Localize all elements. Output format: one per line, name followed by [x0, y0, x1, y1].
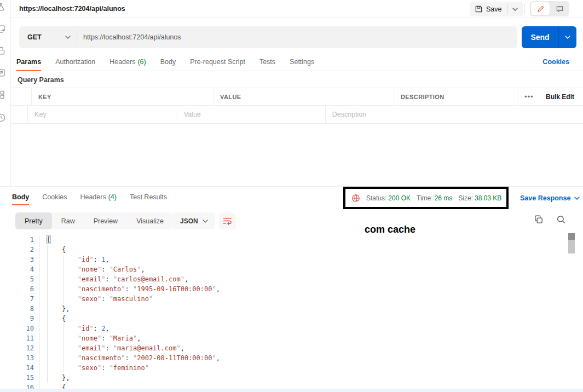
send-chevron-down-icon	[565, 36, 570, 39]
code-line-10: 10 "id": 2,	[0, 324, 583, 333]
tab-label: Tests	[259, 58, 275, 66]
address-bar: GET	[19, 26, 517, 48]
row-handle[interactable]	[11, 106, 28, 123]
postman-app-window: https://localhost:7204/api/alunos Save G…	[0, 0, 583, 392]
view-tab-raw[interactable]: Raw	[52, 212, 84, 229]
scrollbar-cap	[568, 233, 575, 240]
line-number: 14	[0, 363, 34, 373]
request-tab-pre-request-script[interactable]: Pre-request Script	[190, 52, 245, 71]
clock-icon[interactable]	[0, 113, 6, 123]
more-options-icon[interactable]: •••	[524, 93, 534, 101]
row-handle-column	[11, 88, 32, 105]
format-selector[interactable]: JSON	[173, 212, 215, 229]
send-options-button[interactable]	[558, 26, 576, 48]
request-tabs-bar: ParamsAuthorizationHeaders(6)BodyPre-req…	[11, 52, 583, 71]
tab-label: Body	[12, 193, 29, 201]
request-tabs: ParamsAuthorizationHeaders(6)BodyPre-req…	[16, 52, 314, 71]
line-number: 13	[0, 353, 34, 363]
tab-label: Cookies	[42, 193, 67, 201]
query-params-title: Query Params	[18, 76, 64, 84]
bulk-edit-button[interactable]: Bulk Edit	[546, 93, 574, 101]
line-number: 1	[0, 235, 34, 245]
status-indicator[interactable]: Status:200 OK	[366, 194, 411, 202]
code-line-11: 11 "nome": "Maria",	[0, 333, 583, 343]
code-line-8: 8 },	[0, 304, 583, 314]
code-line-13: 13 "nascimento": "2002-08-11T00:00:00",	[0, 353, 583, 363]
code-line-7: 7 "sexo": "masculino"	[0, 294, 583, 304]
size-indicator[interactable]: Size:38.03 KB	[458, 194, 501, 202]
code-content: "email": "carlos@email.com",	[46, 274, 188, 284]
cookies-link[interactable]: Cookies	[542, 52, 569, 71]
line-number: 11	[0, 333, 34, 343]
monitor-icon[interactable]	[0, 24, 6, 34]
request-tab-tests[interactable]: Tests	[259, 52, 275, 71]
vertical-scrollbar[interactable]	[568, 233, 575, 253]
column-header-key: KEY	[38, 94, 51, 100]
toolbar-divider	[524, 4, 525, 14]
line-number: 10	[0, 324, 34, 333]
stacked-blocks-icon[interactable]	[0, 90, 6, 100]
param-key-input[interactable]	[34, 111, 170, 118]
lock-icon[interactable]	[0, 46, 6, 56]
response-tab-headers[interactable]: Headers(4)	[80, 187, 117, 207]
response-tab-cookies[interactable]: Cookies	[42, 187, 67, 207]
method-label: GET	[27, 26, 42, 48]
column-header-description: DESCRIPTION	[401, 94, 445, 100]
request-tab-authorization[interactable]: Authorization	[55, 52, 95, 71]
comments-button[interactable]	[551, 2, 568, 15]
response-tab-test-results[interactable]: Test Results	[130, 187, 167, 207]
param-value-input[interactable]	[184, 111, 318, 118]
line-number: 16	[0, 383, 34, 389]
code-line-9: 9 {	[0, 314, 583, 324]
method-selector[interactable]: GET	[19, 26, 77, 48]
json-code-lines: 1[2 {3 "id": 1,4 "nome": "Carlos",5 "ema…	[0, 235, 583, 389]
request-tab-body[interactable]: Body	[160, 52, 176, 71]
param-description-input[interactable]	[332, 111, 570, 118]
mode-toggle-group	[530, 1, 569, 16]
request-tab-params[interactable]: Params	[16, 52, 41, 71]
save-button[interactable]: Save	[470, 2, 523, 16]
response-tab-body[interactable]: Body	[12, 187, 29, 207]
indent-guide	[64, 255, 64, 304]
edit-mode-button[interactable]	[531, 2, 550, 15]
code-line-6: 6 "nascimento": "1995-09-16T00:00:00",	[0, 284, 583, 294]
tab-label: Authorization	[55, 58, 95, 66]
code-content: "nome": "Maria",	[46, 333, 141, 343]
code-content: {	[46, 383, 66, 389]
view-tab-pretty[interactable]: Pretty	[15, 212, 52, 229]
view-tab-preview[interactable]: Preview	[84, 212, 127, 229]
code-line-2: 2 {	[0, 245, 583, 255]
code-content: {	[46, 245, 66, 255]
code-line-1: 1[	[0, 235, 583, 245]
send-button[interactable]: Send	[522, 26, 576, 48]
response-body-viewer[interactable]: 1[2 {3 "id": 1,4 "nome": "Carlos",5 "ema…	[0, 235, 583, 389]
code-content: "nascimento": "2002-08-11T00:00:00",	[46, 353, 220, 363]
wrap-lines-button[interactable]	[219, 212, 236, 229]
url-input[interactable]	[83, 26, 510, 48]
time-indicator[interactable]: Time:26 ms	[417, 194, 452, 202]
save-chevron-down-icon[interactable]	[512, 8, 518, 11]
request-tab-settings[interactable]: Settings	[290, 52, 314, 71]
request-tab-headers[interactable]: Headers(6)	[109, 52, 146, 71]
beaker-icon[interactable]	[0, 2, 6, 12]
code-content: "sexo": "feminino"	[46, 363, 149, 373]
view-tab-visualize[interactable]: Visualize	[127, 212, 173, 229]
tab-label: Headers	[80, 193, 106, 201]
network-error-globe-icon[interactable]	[351, 194, 360, 203]
line-number: 5	[0, 274, 34, 284]
send-button-label[interactable]: Send	[522, 26, 558, 48]
tab-label: Headers	[109, 58, 135, 66]
line-number: 2	[0, 245, 34, 255]
arrow-box-icon[interactable]	[0, 68, 6, 78]
tab-label: Test Results	[130, 193, 167, 201]
comment-icon	[556, 5, 564, 13]
save-response-button[interactable]: Save Response	[520, 187, 580, 209]
search-response-button[interactable]	[556, 215, 566, 224]
tab-count-badge: (4)	[108, 193, 117, 201]
method-url-divider	[77, 31, 77, 44]
bottom-scroll-strip[interactable]	[0, 389, 583, 392]
response-tabs: BodyCookiesHeaders(4)Test Results	[12, 187, 167, 207]
line-number: 7	[0, 294, 34, 304]
code-line-3: 3 "id": 1,	[0, 255, 583, 264]
copy-response-button[interactable]	[534, 215, 544, 224]
